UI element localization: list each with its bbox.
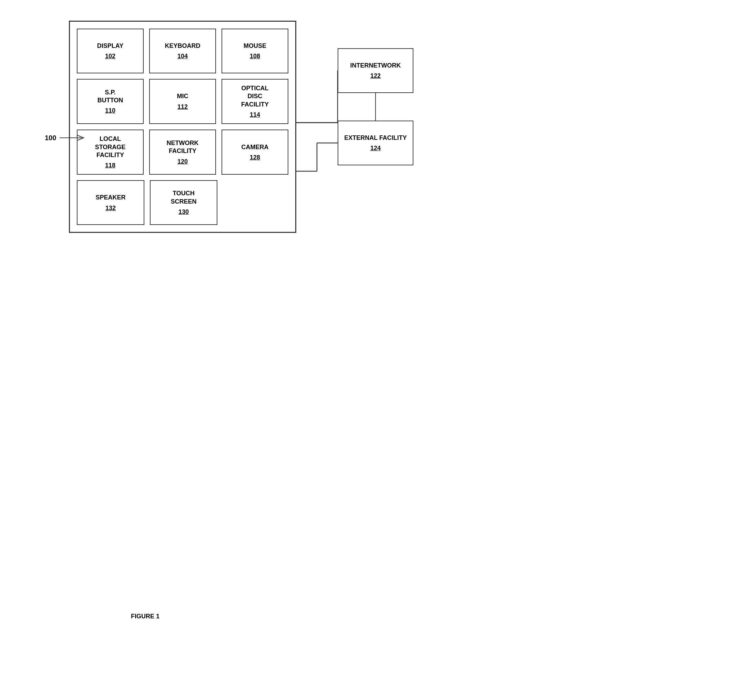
touch-screen-box: TOUCHSCREEN 130 xyxy=(150,180,217,225)
display-number: 102 xyxy=(105,53,115,60)
connector-line-1 xyxy=(375,93,376,121)
optical-disc-number: 114 xyxy=(250,111,260,118)
figure-caption: FIGURE 1 xyxy=(131,613,160,620)
keyboard-number: 104 xyxy=(177,53,188,60)
internetwork-box: INTERNETWORK 122 xyxy=(338,48,413,93)
optical-disc-label: OPTICALDISCFACILITY xyxy=(241,84,269,109)
optical-disc-box: OPTICALDISCFACILITY 114 xyxy=(221,79,288,124)
internetwork-number: 122 xyxy=(370,72,381,80)
speaker-box: SPEAKER 132 xyxy=(77,180,144,225)
keyboard-box: KEYBOARD 104 xyxy=(149,29,216,74)
mic-label: MIC xyxy=(177,92,189,100)
network-facility-label: NETWORKFACILITY xyxy=(167,139,199,155)
speaker-label: SPEAKER xyxy=(95,193,125,201)
speaker-number: 132 xyxy=(105,205,116,212)
mic-number: 112 xyxy=(177,103,188,111)
external-facility-number: 124 xyxy=(370,145,381,152)
network-facility-number: 120 xyxy=(177,158,188,165)
camera-box: CAMERA 128 xyxy=(221,129,288,175)
main-system-box: DISPLAY 102 KEYBOARD 104 MOUSE 108 S.P.B… xyxy=(69,21,296,233)
camera-number: 128 xyxy=(250,154,260,161)
touch-screen-label: TOUCHSCREEN xyxy=(171,189,197,206)
keyboard-label: KEYBOARD xyxy=(165,42,200,50)
internetwork-label: INTERNETWORK xyxy=(350,61,401,70)
external-facility-box: EXTERNAL FACILITY 124 xyxy=(338,121,413,165)
right-panel: INTERNETWORK 122 EXTERNAL FACILITY 124 xyxy=(338,48,413,165)
camera-label: CAMERA xyxy=(241,143,269,151)
local-storage-label: LOCALSTORAGEFACILITY xyxy=(95,135,126,159)
display-box: DISPLAY 102 xyxy=(77,29,144,74)
mic-box: MIC 112 xyxy=(149,79,216,124)
system-label: 100 xyxy=(45,131,87,145)
sp-button-box: S.P.BUTTON 110 xyxy=(77,79,144,124)
mouse-number: 108 xyxy=(250,53,260,60)
sp-button-label: S.P.BUTTON xyxy=(97,89,123,105)
display-label: DISPLAY xyxy=(97,42,123,50)
mouse-label: MOUSE xyxy=(244,42,266,50)
sp-button-number: 110 xyxy=(105,107,115,114)
local-storage-number: 118 xyxy=(105,162,115,169)
touch-screen-number: 130 xyxy=(178,209,189,216)
external-facility-label: EXTERNAL FACILITY xyxy=(344,134,407,142)
network-facility-box: NETWORKFACILITY 120 xyxy=(149,129,216,175)
mouse-box: MOUSE 108 xyxy=(221,29,288,74)
